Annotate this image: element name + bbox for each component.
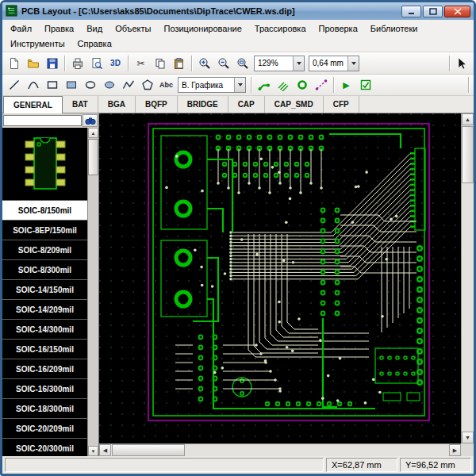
scroll-down-button[interactable]: ▼ <box>462 432 474 443</box>
paste-button[interactable] <box>170 54 188 72</box>
pcb-drawing <box>99 113 461 446</box>
layer-combo-arrow-icon[interactable] <box>234 78 245 92</box>
layer-value: В. Графика <box>178 81 234 90</box>
cut-button[interactable]: ✂ <box>132 54 150 72</box>
route-bus-button[interactable] <box>274 76 292 94</box>
ellipse-tool-button[interactable] <box>81 76 99 94</box>
menu-verification[interactable]: Проверка <box>313 24 364 33</box>
print-button[interactable] <box>68 54 86 72</box>
scroll-up-button[interactable]: ▲ <box>462 113 474 125</box>
maximize-button[interactable] <box>423 6 443 17</box>
save-button[interactable] <box>43 54 61 72</box>
scroll-right-button[interactable]: ▶ <box>449 444 461 456</box>
list-item[interactable]: SOIC-16/209mil <box>2 359 87 379</box>
list-item[interactable]: SOIC-14/209mil <box>2 300 87 320</box>
line-tool-button[interactable] <box>5 76 23 94</box>
list-item[interactable]: SOIC-8/209mil <box>2 240 87 260</box>
text-tool-label: Abc <box>159 81 173 89</box>
default-cursor-button[interactable] <box>453 54 471 72</box>
tab-cap-smd[interactable]: CAP_SMD <box>265 96 324 113</box>
filled-rectangle-tool-button[interactable] <box>62 76 80 94</box>
scroll-down-icon: ▼ <box>91 449 96 454</box>
menu-edit[interactable]: Правка <box>38 24 80 33</box>
scroll-up-button[interactable]: ▲ <box>88 128 98 138</box>
polygon-tool-button[interactable] <box>138 76 156 94</box>
list-item[interactable]: SOIC-18/300mil <box>2 399 87 419</box>
layer-combo[interactable]: В. Графика <box>178 77 246 93</box>
pcb-canvas[interactable]: ▲ ▼ ◀ ▶ <box>99 113 474 456</box>
ratlines-button[interactable] <box>312 76 330 94</box>
scrollbar-thumb[interactable] <box>88 139 98 175</box>
menu-tools[interactable]: Инструменты <box>4 39 71 48</box>
close-button[interactable] <box>444 6 470 17</box>
zoom-combo[interactable]: 129% <box>254 56 305 71</box>
list-item[interactable]: SOIC-16/150mil <box>2 340 87 359</box>
sidebar-scrollbar[interactable]: ▲ ▼ <box>87 128 98 456</box>
place-via-button[interactable] <box>293 76 311 94</box>
zoom-out-button[interactable] <box>214 54 232 72</box>
canvas-hscrollbar[interactable]: ◀ ▶ <box>99 443 461 456</box>
text-tool-button[interactable]: Abc <box>157 76 175 94</box>
zoom-window-button[interactable] <box>233 54 251 72</box>
cursor-arrow-icon <box>456 57 469 70</box>
menu-file[interactable]: Файл <box>4 24 38 33</box>
canvas-vscrollbar[interactable]: ▲ ▼ <box>461 113 474 443</box>
filled-ellipse-tool-button[interactable] <box>100 76 118 94</box>
list-item[interactable]: SOIC-16/300mil <box>2 379 87 399</box>
grid-combo[interactable]: 0,64 mm <box>309 56 359 71</box>
line-icon <box>8 79 21 91</box>
tab-general[interactable]: GENERAL <box>3 96 63 113</box>
new-button[interactable] <box>5 54 23 72</box>
route-bus-icon <box>277 79 290 91</box>
3d-button[interactable]: 3D <box>106 54 125 72</box>
tab-bqfp[interactable]: BQFP <box>136 96 178 113</box>
menu-row-2: Инструменты Справка <box>4 36 472 51</box>
copy-button[interactable] <box>151 54 169 72</box>
tab-cap[interactable]: CAP <box>228 96 265 113</box>
ratlines-icon <box>315 79 328 91</box>
filled-ellipse-icon <box>103 79 116 91</box>
pattern-filter-box[interactable] <box>3 115 82 126</box>
menu-help[interactable]: Справка <box>71 39 118 48</box>
filled-rectangle-icon <box>65 79 78 91</box>
list-item[interactable]: SOIC-8/150mil <box>2 201 87 221</box>
verify-board-button[interactable] <box>356 76 374 94</box>
run-autorouter-button[interactable]: ▶ <box>337 76 355 94</box>
menu-libraries[interactable]: Библиотеки <box>364 24 424 33</box>
scissors-icon: ✂ <box>136 59 144 68</box>
polyline-tool-button[interactable] <box>119 76 137 94</box>
tab-bat[interactable]: BAT <box>63 96 98 113</box>
grid-combo-arrow-icon[interactable] <box>347 56 359 71</box>
new-file-icon <box>8 57 21 70</box>
menu-placement[interactable]: Позиционирование <box>158 24 248 33</box>
list-item[interactable]: SOIC-14/150mil <box>2 280 87 300</box>
vscroll-thumb[interactable] <box>462 126 474 183</box>
open-button[interactable] <box>24 54 42 72</box>
list-item[interactable]: SOIC-8EP/150mil <box>2 221 87 240</box>
list-item[interactable]: SOIC-14/300mil <box>2 320 87 340</box>
tab-bridge[interactable]: BRIDGE <box>178 96 228 113</box>
menu-view[interactable]: Вид <box>80 24 109 33</box>
zoom-in-button[interactable] <box>195 54 213 72</box>
arc-tool-button[interactable] <box>24 76 42 94</box>
list-item[interactable]: SOIC-20/209mil <box>2 419 87 439</box>
hscroll-thumb[interactable] <box>112 444 185 456</box>
scroll-left-button[interactable]: ◀ <box>99 444 111 456</box>
list-item[interactable]: SOIC-8/300mil <box>2 260 87 280</box>
app-icon <box>6 5 17 18</box>
menu-routing[interactable]: Трассировка <box>248 24 313 33</box>
tab-bga[interactable]: BGA <box>98 96 136 113</box>
print-preview-button[interactable] <box>87 54 106 72</box>
search-component-button[interactable] <box>83 114 98 127</box>
status-message-panel <box>5 458 324 472</box>
menu-objects[interactable]: Объекты <box>109 24 157 33</box>
zoom-combo-arrow-icon[interactable] <box>293 56 304 71</box>
titlebar[interactable]: PCB Layout - [C:\Users\aks85\Documents\D… <box>2 2 474 20</box>
list-item[interactable]: SOIC-20/300mil <box>2 439 87 456</box>
scroll-down-button[interactable]: ▼ <box>88 446 98 456</box>
tab-cfp[interactable]: CFP <box>324 96 359 113</box>
toolbar-separator <box>468 77 469 93</box>
route-trace-button[interactable] <box>255 76 273 94</box>
rectangle-tool-button[interactable] <box>43 76 61 94</box>
minimize-button[interactable] <box>401 6 421 17</box>
